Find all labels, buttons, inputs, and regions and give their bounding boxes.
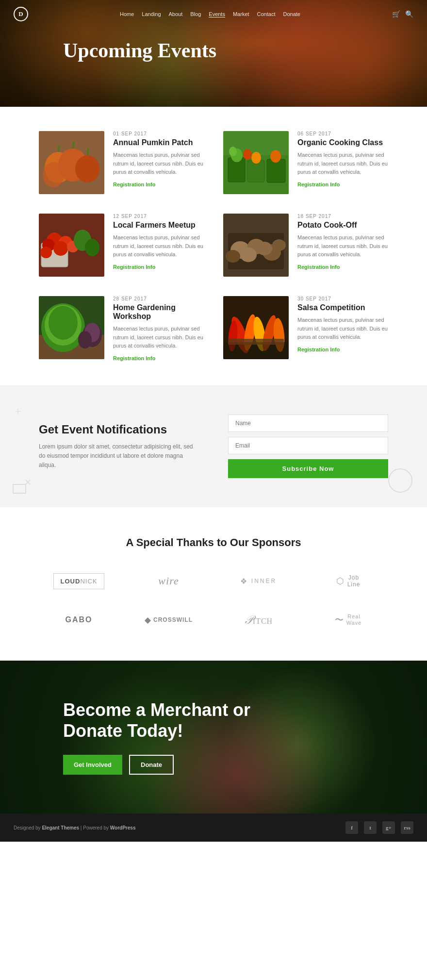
notification-info: Get Event Notifications Lorem ipsum dolo… [39, 423, 199, 470]
sponsor-logo-label: Job [347, 574, 361, 581]
sponsor-logo-label: 𝒫ITCH [244, 614, 273, 627]
sponsor-inner: ❖ INNER [218, 568, 298, 594]
sponsor-logo-sublabel: Wave [346, 620, 362, 626]
table-row: 06 SEP 2017 Organic Cooking Class Maecen… [223, 131, 388, 194]
event-info-4: 18 SEP 2017 Potato Cook-Off Maecenas lec… [297, 214, 388, 270]
event-desc-5: Maecenas lectus purus, pulvinar sed rutr… [113, 325, 204, 350]
deco-plus: + [15, 405, 21, 418]
event-title-3: Local Farmers Meetup [113, 221, 204, 230]
event-title-2: Organic Cooking Class [297, 138, 388, 147]
event-title-1: Annual Pumkin Patch [113, 138, 204, 147]
event-thumbnail-4 [223, 214, 289, 277]
facebook-icon[interactable]: f [345, 821, 358, 834]
email-input[interactable] [228, 437, 388, 454]
diamond-icon: ❖ [240, 577, 248, 586]
googleplus-icon[interactable]: g+ [382, 821, 395, 834]
event-reg-1[interactable]: Registration Info [113, 182, 204, 187]
event-reg-2[interactable]: Registration Info [297, 182, 388, 187]
event-desc-2: Maecenas lectus purus, pulvinar sed rutr… [297, 151, 388, 177]
event-desc-1: Maecenas lectus purus, pulvinar sed rutr… [113, 151, 204, 177]
notification-desc: Lorem ipsum dolor sit amet, consectetur … [39, 442, 199, 470]
rss-icon[interactable]: rss [401, 821, 413, 834]
svg-rect-52 [223, 342, 289, 359]
event-info-5: 28 SEP 2017 Home Gardening Workshop Maec… [113, 296, 204, 361]
nav-events[interactable]: Events [209, 11, 225, 17]
nav-links: Home Landing About Blog Events Market Co… [120, 11, 300, 17]
hex-icon: ⬡ [336, 576, 345, 586]
cta-title: Become a Merchant orDonate Today! [63, 699, 364, 741]
table-row: 12 SEP 2017 Local Farmers Meetup Maecena… [39, 214, 204, 277]
nav-home[interactable]: Home [120, 11, 134, 17]
event-reg-5[interactable]: Registration Info [113, 355, 204, 361]
event-date-2: 06 SEP 2017 [297, 131, 388, 136]
svg-point-27 [85, 239, 99, 256]
sponsor-realwave: 〜 Real Wave [308, 609, 388, 631]
svg-point-44 [78, 331, 92, 349]
diamond-icon: ◆ [145, 615, 151, 625]
svg-point-23 [53, 241, 68, 256]
event-info-3: 12 SEP 2017 Local Farmers Meetup Maecena… [113, 214, 204, 270]
event-desc-6: Maecenas lectus purus, pulvinar sed rutr… [297, 316, 388, 342]
sponsor-crosswill: ◆ CROSSWILL [129, 609, 209, 631]
svg-point-3 [75, 155, 99, 183]
svg-point-35 [226, 250, 240, 263]
event-reg-4[interactable]: Registration Info [297, 264, 388, 270]
site-logo[interactable]: D [14, 7, 28, 21]
sponsors-section: A Special Thanks to Our Sponsors LOUDNIC… [0, 507, 427, 661]
event-thumbnail-6 [223, 296, 289, 359]
sponsor-wire: wire [129, 568, 209, 594]
events-section: 01 SEP 2017 Annual Pumkin Patch Maecenas… [0, 107, 427, 385]
name-input[interactable] [228, 415, 388, 432]
get-involved-button[interactable]: Get Involved [63, 755, 122, 775]
nav-icons: 🛒 🔍 [392, 10, 413, 18]
nav-contact[interactable]: Contact [257, 11, 276, 17]
svg-line-4 [58, 146, 59, 152]
sponsor-logo-label: Real [346, 614, 362, 620]
event-date-5: 28 SEP 2017 [113, 296, 204, 301]
svg-point-17 [243, 149, 252, 160]
search-icon[interactable]: 🔍 [405, 10, 413, 18]
event-thumbnail-3 [39, 214, 104, 277]
wave-icon: 〜 [335, 614, 344, 626]
nav-landing[interactable]: Landing [142, 11, 161, 17]
notification-section: + ✕ Get Event Notifications Lorem ipsum … [0, 385, 427, 507]
event-date-4: 18 SEP 2017 [297, 214, 388, 219]
sponsors-grid: LOUDNICK wire ❖ INNER ⬡ Job Line GABO ◆ … [39, 568, 388, 631]
nav-about[interactable]: About [169, 11, 183, 17]
event-date-1: 01 SEP 2017 [113, 131, 204, 136]
donate-button[interactable]: Donate [129, 755, 174, 775]
event-reg-6[interactable]: Registration Info [297, 347, 388, 352]
cta-content: Become a Merchant orDonate Today! Get In… [63, 699, 364, 775]
event-title-5: Home Gardening Workshop [113, 303, 204, 321]
twitter-icon[interactable]: t [364, 821, 377, 834]
notification-form: Subscribe Now [228, 415, 388, 478]
sponsor-logo-sublabel: Line [347, 581, 361, 588]
sponsor-logo-label: CROSSWILL [153, 616, 193, 623]
svg-point-36 [272, 239, 286, 251]
sponsor-logo-label: INNER [251, 578, 277, 584]
sponsor-jobline: ⬡ Job Line [308, 568, 388, 594]
subscribe-button[interactable]: Subscribe Now [228, 459, 388, 478]
event-thumbnail-5 [39, 296, 104, 359]
event-title-4: Potato Cook-Off [297, 221, 388, 230]
event-reg-3[interactable]: Registration Info [113, 264, 204, 270]
page-title: Upcoming Events [63, 39, 364, 62]
events-grid: 01 SEP 2017 Annual Pumkin Patch Maecenas… [39, 131, 388, 361]
svg-point-15 [270, 150, 281, 163]
event-thumbnail-1 [39, 131, 104, 194]
cta-section: Become a Merchant orDonate Today! Get In… [0, 661, 427, 814]
sponsor-gabo: GABO [39, 609, 119, 631]
site-footer: Designed by Elegant Themes | Powered by … [0, 814, 427, 842]
svg-rect-53 [228, 339, 284, 345]
nav-market[interactable]: Market [233, 11, 249, 17]
nav-blog[interactable]: Blog [190, 11, 201, 17]
nav-donate[interactable]: Donate [283, 11, 300, 17]
event-info-2: 06 SEP 2017 Organic Cooking Class Maecen… [297, 131, 388, 187]
table-row: 01 SEP 2017 Annual Pumkin Patch Maecenas… [39, 131, 204, 194]
table-row: 30 SEP 2017 Salsa Competition Maecenas l… [223, 296, 388, 361]
svg-point-7 [43, 162, 64, 187]
event-date-6: 30 SEP 2017 [297, 296, 388, 301]
event-date-3: 12 SEP 2017 [113, 214, 204, 219]
cart-icon[interactable]: 🛒 [392, 10, 400, 18]
sponsors-title: A Special Thanks to Our Sponsors [39, 536, 388, 549]
